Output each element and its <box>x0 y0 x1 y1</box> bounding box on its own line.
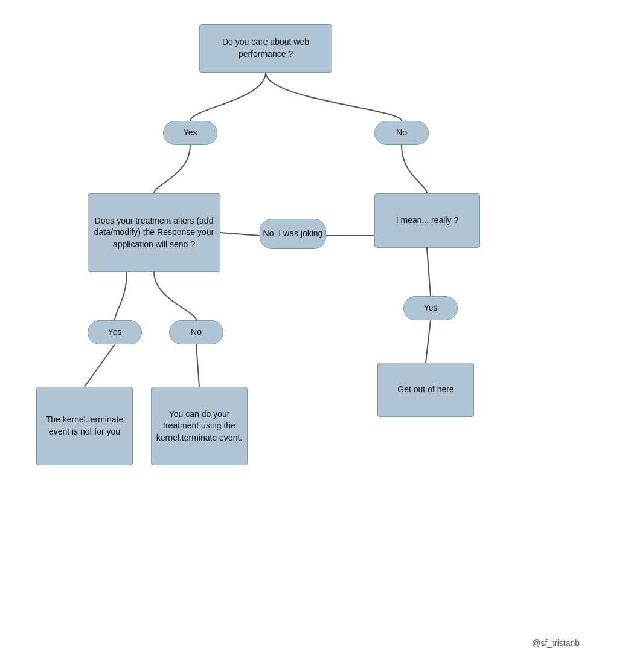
node-no1: No <box>374 121 429 145</box>
node-kernel-not-for-you: The kernel.terminate event is not for yo… <box>36 387 133 465</box>
node-no2: No <box>169 320 223 344</box>
node-i-mean: I mean... really ? <box>374 193 480 248</box>
node-no-joking: No, I was joking <box>260 219 326 249</box>
node-root: Do you care about web performance ? <box>199 24 332 73</box>
node-yes3: Yes <box>403 296 458 320</box>
watermark: @sf_tristanb <box>532 638 580 648</box>
node-you-can-do: You can do your treatment using the kern… <box>151 387 248 465</box>
node-get-out: Get out of here <box>377 363 474 417</box>
node-yes1: Yes <box>163 121 217 145</box>
flowchart: Do you care about web performance ? Yes … <box>0 0 628 672</box>
node-yes2: Yes <box>88 320 142 344</box>
node-treatment: Does your treatment alters (add data/mod… <box>88 193 220 272</box>
